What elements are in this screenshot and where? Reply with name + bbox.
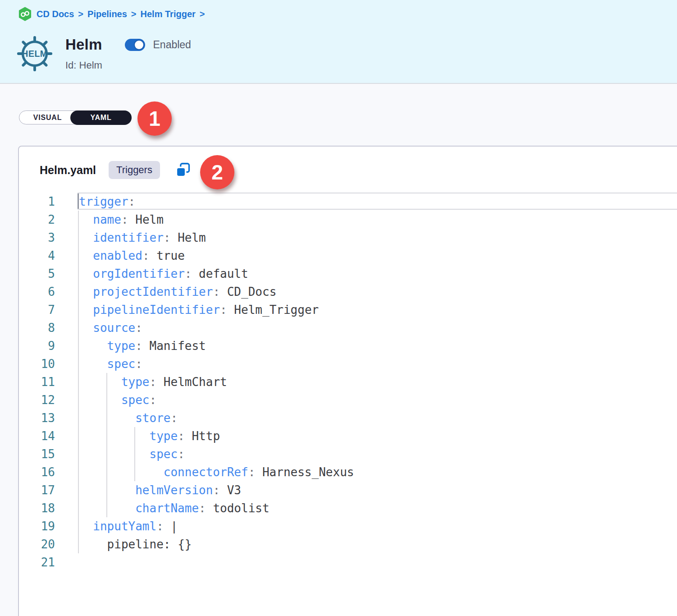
code-line[interactable]: 6projectIdentifier: CD_Docs bbox=[19, 283, 677, 301]
code-line[interactable]: 19inputYaml: | bbox=[19, 517, 677, 535]
breadcrumb-separator-icon: > bbox=[200, 9, 205, 19]
code-text: helmVersion: V3 bbox=[79, 483, 241, 497]
code-line[interactable]: 15spec: bbox=[19, 445, 677, 463]
code-text: store: bbox=[79, 411, 178, 425]
tab-yaml[interactable]: YAML bbox=[70, 110, 132, 125]
line-number[interactable]: 21 bbox=[19, 556, 55, 569]
line-number[interactable]: 8 bbox=[19, 321, 55, 335]
page-header: CD Docs>Pipelines>Helm Trigger> HELM bbox=[0, 0, 677, 84]
code-text: inputYaml: | bbox=[79, 519, 178, 533]
code-line[interactable]: 20pipeline: {} bbox=[19, 535, 677, 553]
enabled-label: Enabled bbox=[153, 39, 191, 51]
copy-icon[interactable] bbox=[175, 161, 192, 179]
editor-header: Helm.yaml Triggers bbox=[40, 161, 192, 179]
code-line[interactable]: 12spec: bbox=[19, 391, 677, 409]
svg-text:HELM: HELM bbox=[22, 49, 47, 59]
line-number[interactable]: 12 bbox=[19, 393, 55, 407]
code-text: spec: bbox=[79, 393, 156, 407]
line-number[interactable]: 9 bbox=[19, 339, 55, 353]
line-number[interactable]: 11 bbox=[19, 375, 55, 389]
code-line[interactable]: 4enabled: true bbox=[19, 247, 677, 265]
code-line[interactable]: 3identifier: Helm bbox=[19, 229, 677, 247]
code-text: type: Http bbox=[79, 429, 220, 443]
code-line[interactable]: 5orgIdentifier: default bbox=[19, 265, 677, 283]
code-line[interactable]: 16connectorRef: Harness_Nexus bbox=[19, 463, 677, 481]
code-text: projectIdentifier: CD_Docs bbox=[79, 285, 276, 299]
line-number[interactable]: 3 bbox=[19, 231, 55, 244]
annotation-badge-2: 2 bbox=[200, 155, 234, 189]
code-text: type: Manifest bbox=[79, 339, 206, 353]
code-line[interactable]: 7pipelineIdentifier: Helm_Trigger bbox=[19, 301, 677, 319]
line-number[interactable]: 7 bbox=[19, 303, 55, 317]
breadcrumb-item[interactable]: Helm Trigger bbox=[141, 9, 196, 19]
page-title: Helm bbox=[65, 36, 102, 53]
code-text: identifier: Helm bbox=[79, 231, 206, 244]
breadcrumb-separator-icon: > bbox=[131, 9, 137, 19]
breadcrumb-items: CD Docs>Pipelines>Helm Trigger> bbox=[37, 9, 205, 19]
code-line[interactable]: 18chartName: todolist bbox=[19, 499, 677, 517]
line-number[interactable]: 17 bbox=[19, 483, 55, 497]
code-line[interactable]: 10spec: bbox=[19, 355, 677, 373]
line-number[interactable]: 5 bbox=[19, 267, 55, 280]
code-line[interactable]: 2name: Helm bbox=[19, 211, 677, 229]
breadcrumb: CD Docs>Pipelines>Helm Trigger> bbox=[18, 6, 205, 22]
code-line[interactable]: 8source: bbox=[19, 319, 677, 337]
code-line[interactable]: 13store: bbox=[19, 409, 677, 427]
breadcrumb-separator-icon: > bbox=[78, 9, 83, 19]
helm-logo-icon: HELM bbox=[15, 34, 54, 73]
code-text: pipelineIdentifier: Helm_Trigger bbox=[79, 303, 319, 317]
line-number[interactable]: 1 bbox=[19, 195, 55, 208]
enabled-toggle[interactable] bbox=[125, 39, 145, 51]
toggle-knob bbox=[134, 40, 144, 50]
line-number[interactable]: 14 bbox=[19, 429, 55, 443]
yaml-editor-panel: Helm.yaml Triggers 1trigger:2name: Helm3… bbox=[18, 146, 677, 616]
tab-visual[interactable]: VISUAL bbox=[19, 111, 76, 124]
code-line[interactable]: 17helmVersion: V3 bbox=[19, 481, 677, 499]
code-text: trigger: bbox=[79, 195, 135, 208]
line-number[interactable]: 20 bbox=[19, 538, 55, 551]
file-name: Helm.yaml bbox=[40, 164, 96, 177]
line-number[interactable]: 13 bbox=[19, 411, 55, 425]
line-number[interactable]: 15 bbox=[19, 447, 55, 461]
code-text: spec: bbox=[79, 447, 185, 461]
harness-trigger-page: CD Docs>Pipelines>Helm Trigger> HELM bbox=[0, 0, 677, 616]
code-line[interactable]: 1trigger: bbox=[19, 193, 677, 211]
code-text: connectorRef: Harness_Nexus bbox=[79, 465, 354, 479]
trigger-id: Id: Helm bbox=[65, 60, 191, 71]
code-line[interactable]: 21 bbox=[19, 553, 677, 571]
code-line[interactable]: 14type: Http bbox=[19, 427, 677, 445]
code-lines[interactable]: 1trigger:2name: Helm3identifier: Helm4en… bbox=[19, 193, 677, 571]
code-line[interactable]: 9type: Manifest bbox=[19, 337, 677, 355]
code-text: enabled: true bbox=[79, 249, 185, 262]
triggers-chip[interactable]: Triggers bbox=[109, 161, 160, 179]
line-number[interactable]: 19 bbox=[19, 519, 55, 533]
code-line[interactable]: 11type: HelmChart bbox=[19, 373, 677, 391]
visual-yaml-toggle: VISUAL YAML bbox=[19, 110, 132, 124]
code-text: spec: bbox=[79, 357, 142, 371]
code-text: pipeline: {} bbox=[79, 538, 192, 551]
code-text: type: HelmChart bbox=[79, 375, 227, 389]
code-text: name: Helm bbox=[79, 213, 164, 226]
line-number[interactable]: 6 bbox=[19, 285, 55, 299]
code-text: orgIdentifier: default bbox=[79, 267, 248, 280]
code-text: source: bbox=[79, 321, 142, 335]
breadcrumb-item[interactable]: CD Docs bbox=[37, 9, 74, 19]
line-number[interactable]: 18 bbox=[19, 501, 55, 515]
line-number[interactable]: 16 bbox=[19, 465, 55, 479]
code-text: chartName: todolist bbox=[79, 501, 270, 515]
line-number[interactable]: 2 bbox=[19, 213, 55, 226]
annotation-badge-1: 1 bbox=[137, 101, 172, 136]
line-number[interactable]: 10 bbox=[19, 357, 55, 371]
line-number[interactable]: 4 bbox=[19, 249, 55, 262]
breadcrumb-item[interactable]: Pipelines bbox=[87, 9, 127, 19]
title-row: HELM Helm Enabled Id: Helm bbox=[15, 34, 191, 73]
cd-module-icon[interactable] bbox=[18, 7, 32, 21]
